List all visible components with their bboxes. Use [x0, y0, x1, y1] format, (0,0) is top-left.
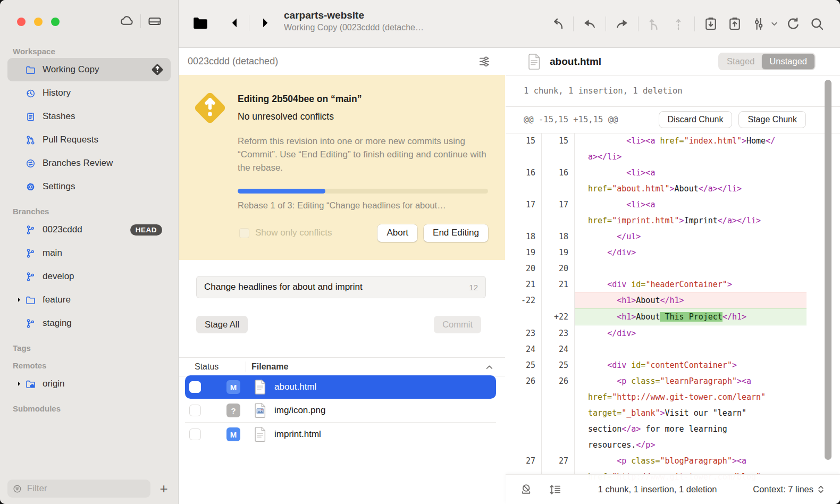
banner-title: Editing 2b504bee on “main”: [238, 94, 362, 105]
search-icon[interactable]: [809, 16, 825, 32]
new-line-number: [542, 292, 575, 309]
sidebar-item-feature[interactable]: feature: [7, 288, 171, 312]
stage-all-button[interactable]: Stage All: [196, 316, 248, 333]
old-line-number: 23: [506, 325, 542, 341]
segmented-option-staged[interactable]: Staged: [719, 54, 762, 69]
sidebar-item-develop[interactable]: develop: [7, 265, 171, 288]
checkout-icon[interactable]: [549, 16, 565, 32]
line-wrap-icon[interactable]: [548, 483, 562, 497]
ignore-whitespace-icon[interactable]: [519, 483, 533, 497]
show-only-conflicts-checkbox[interactable]: [239, 228, 249, 238]
commit-button[interactable]: Commit: [434, 316, 481, 333]
sidebar-nav: WorkspaceWorking CopyHistoryStashesPull …: [0, 38, 178, 415]
stash-icon[interactable]: [582, 16, 598, 32]
sidebar-section-label-branches: Branches: [13, 207, 165, 216]
new-line-number: 15: [542, 133, 575, 165]
view-options-sliders-icon[interactable]: [477, 55, 491, 69]
folder-icon: [26, 65, 36, 75]
head-badge: HEAD: [130, 224, 162, 236]
chunk-range: @@ -15,15 +15,15 @@: [524, 115, 659, 124]
merge-icon[interactable]: [646, 16, 662, 32]
push-icon[interactable]: [727, 16, 743, 32]
file-row-about-html[interactable]: Mabout.html: [185, 375, 496, 399]
old-line-number: [506, 309, 542, 325]
show-only-conflicts-label: Show only conflicts: [255, 228, 371, 238]
filename-column-header[interactable]: Filename: [251, 362, 485, 372]
disclosure-chevron-icon[interactable]: [13, 381, 26, 387]
services-icon[interactable]: [751, 16, 767, 32]
commit-message-input[interactable]: [197, 282, 469, 292]
open-repository-icon[interactable]: [191, 14, 209, 32]
sidebar-item-branches-review[interactable]: Branches Review: [7, 152, 171, 175]
end-editing-button[interactable]: End Editing: [424, 224, 488, 242]
diff-line: 1717 <li><a href="imprint.html">Imprint<…: [506, 197, 807, 229]
new-line-number: +22: [542, 309, 575, 325]
file-checkbox[interactable]: [189, 429, 201, 440]
refresh-icon[interactable]: [785, 16, 801, 32]
sidebar-item-label: origin: [43, 379, 171, 389]
status-column-header[interactable]: Status: [195, 362, 246, 372]
vertical-scrollbar[interactable]: [825, 80, 831, 460]
apply-stash-icon[interactable]: [614, 16, 630, 32]
sidebar-item-staging[interactable]: staging: [7, 312, 171, 335]
branch-icon: [26, 272, 36, 282]
status-badge: M: [226, 380, 240, 394]
commit-count-badge: 12: [469, 283, 485, 292]
new-line-number: 18: [542, 229, 575, 245]
minimize-button[interactable]: [34, 18, 43, 26]
diff-code: <li><a href="about.html">About</a></li>: [575, 165, 807, 197]
branch-icon: [26, 318, 36, 329]
diff-stats-row: 1 chunk, 1 insertion, 1 deletion: [506, 75, 840, 107]
sidebar-item-settings[interactable]: Settings: [7, 175, 171, 198]
file-checkbox[interactable]: [189, 381, 201, 393]
sidebar-item-pull-requests[interactable]: Pull Requests: [7, 128, 171, 152]
old-line-number: 25: [506, 357, 542, 373]
sort-chevron-icon[interactable]: [485, 364, 493, 370]
banner-subtitle: No unresolved conflicts: [238, 111, 334, 122]
sidebar-item-history[interactable]: History: [7, 81, 171, 105]
stage-chunk-button[interactable]: Stage Chunk: [738, 111, 806, 128]
cloud-icon[interactable]: [119, 14, 134, 29]
context-stepper-icon[interactable]: [818, 485, 824, 494]
file-row-imprint-html[interactable]: Mimprint.html: [185, 423, 496, 446]
close-button[interactable]: [17, 18, 26, 26]
sidebar-item-0023cddd[interactable]: 0023cdddHEAD: [7, 218, 171, 241]
quick-actions-wand-icon[interactable]: [469, 13, 486, 30]
drive-icon[interactable]: [147, 14, 162, 29]
diff-line: 1515 <li><a href="index.html">Home</ a><…: [506, 133, 807, 165]
diff-code: [575, 261, 807, 276]
stash-icon: [26, 112, 36, 122]
disclosure-chevron-icon[interactable]: [13, 297, 26, 303]
filter-field[interactable]: [7, 480, 150, 498]
file-checkbox[interactable]: [189, 405, 201, 416]
filter-input[interactable]: [26, 483, 145, 494]
discard-chunk-button[interactable]: Discard Chunk: [659, 111, 733, 128]
pull-icon[interactable]: [703, 16, 719, 32]
sidebar-item-stashes[interactable]: Stashes: [7, 105, 171, 128]
segmented-option-unstaged[interactable]: Unstaged: [762, 54, 814, 69]
rebase-icon[interactable]: [670, 16, 686, 32]
abort-button[interactable]: Abort: [377, 224, 417, 242]
file-row-img-icon-png[interactable]: ?img/icon.png: [185, 399, 496, 422]
file-list: Mabout.html?img/icon.pngMimprint.html: [179, 375, 505, 446]
sidebar-item-working-copy[interactable]: Working Copy: [7, 58, 171, 81]
gear-icon: [26, 182, 36, 192]
old-line-number: 26: [506, 373, 542, 453]
window-title: carparts-website Working Copy (0023cddd …: [284, 10, 459, 32]
branch-icon: [26, 248, 36, 258]
sidebar-item-origin[interactable]: origin: [7, 372, 171, 396]
toolbar-actions: [549, 0, 840, 48]
sidebar-item-label: Branches Review: [43, 158, 171, 169]
old-line-number: 21: [506, 276, 542, 292]
old-line-number: -22: [506, 292, 542, 309]
new-line-number: 24: [542, 341, 575, 357]
back-icon[interactable]: [228, 15, 242, 30]
diff-code: <li><a href="imprint.html">Imprint</a></…: [575, 197, 807, 229]
sidebar-item-main[interactable]: main: [7, 241, 171, 265]
zoom-button[interactable]: [51, 18, 60, 26]
repo-subtitle: Working Copy (0023cddd (detache…: [284, 23, 459, 32]
rebase-banner: Editing 2b504bee on “main” No unresolved…: [179, 75, 505, 260]
forward-icon[interactable]: [257, 15, 272, 30]
chevron-down-icon[interactable]: [771, 22, 777, 26]
add-repository-button[interactable]: +: [156, 481, 172, 497]
